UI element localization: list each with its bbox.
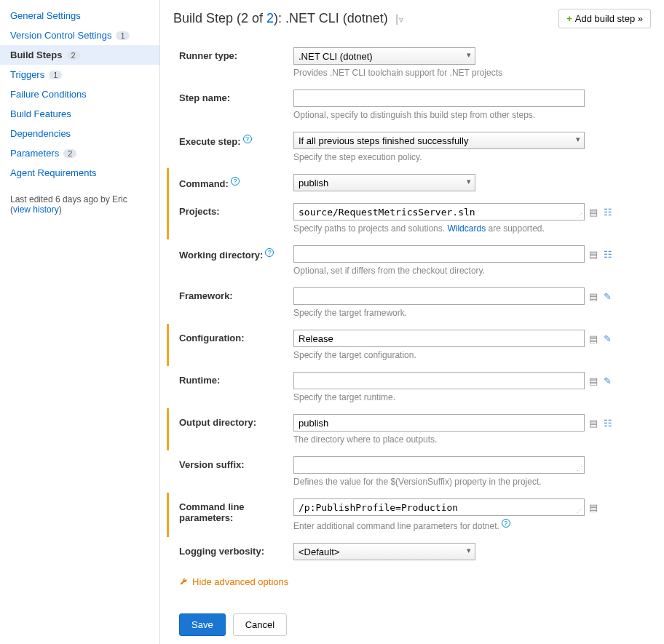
- runtime-input[interactable]: [293, 372, 585, 389]
- expand-icon[interactable]: ▤: [589, 291, 599, 301]
- sidebar: General Settings Version Control Setting…: [0, 0, 160, 644]
- sidebar-item-general-settings[interactable]: General Settings: [0, 6, 159, 25]
- sidebar-item-vcs-settings[interactable]: Version Control Settings1: [0, 25, 159, 45]
- wildcards-link[interactable]: Wildcards: [447, 223, 486, 234]
- command-label: Command:?: [173, 174, 293, 191]
- last-edited-info: Last edited 6 days ago by Eric (view his…: [0, 187, 159, 222]
- output-dir-label: Output directory:: [173, 414, 293, 445]
- badge: 1: [49, 71, 62, 79]
- help-icon[interactable]: ?: [243, 135, 252, 143]
- step-name-input[interactable]: [293, 90, 585, 107]
- version-suffix-hint: Defines the value for the $(VersionSuffi…: [293, 477, 651, 487]
- framework-input[interactable]: [293, 287, 585, 305]
- projects-hint: Specify paths to projects and solutions.…: [293, 223, 651, 234]
- working-dir-input[interactable]: [293, 245, 585, 263]
- expand-icon[interactable]: ▤: [589, 375, 599, 386]
- framework-hint: Specify the target framework.: [293, 308, 651, 318]
- runner-type-label: Runner type:: [173, 47, 293, 78]
- projects-label: Projects:: [173, 203, 293, 234]
- sidebar-item-parameters[interactable]: Parameters2: [0, 143, 159, 163]
- wrench-icon: [179, 578, 188, 587]
- step-name-label: Step name:: [173, 90, 293, 120]
- tree-picker-icon[interactable]: ☷: [604, 207, 614, 217]
- expand-icon[interactable]: ▤: [589, 502, 599, 512]
- sidebar-item-build-steps[interactable]: Build Steps2: [0, 45, 159, 65]
- working-dir-label: Working directory:?: [173, 245, 293, 276]
- working-dir-hint: Optional, set if differs from the checko…: [293, 266, 651, 276]
- execute-step-label: Execute step:?: [173, 132, 293, 162]
- logging-label: Logging verbosity:: [173, 543, 293, 560]
- wand-icon[interactable]: ✎: [604, 375, 614, 386]
- help-icon[interactable]: ?: [231, 177, 240, 186]
- output-dir-input[interactable]: [293, 414, 585, 432]
- execute-step-hint: Specify the step execution policy.: [293, 152, 651, 162]
- view-history-link[interactable]: view history: [13, 204, 59, 215]
- badge: 1: [116, 31, 129, 40]
- add-build-step-button[interactable]: Add build step »: [558, 9, 651, 28]
- sidebar-item-build-features[interactable]: Build Features: [0, 104, 159, 124]
- save-button[interactable]: Save: [179, 613, 226, 636]
- logging-select[interactable]: [293, 543, 475, 560]
- execute-step-select[interactable]: [293, 132, 585, 149]
- sidebar-item-dependencies[interactable]: Dependencies: [0, 124, 159, 143]
- framework-label: Framework:: [173, 287, 293, 318]
- badge: 2: [63, 149, 76, 158]
- output-dir-hint: The directory where to place outputs.: [293, 434, 651, 445]
- version-suffix-label: Version suffix:: [173, 456, 293, 487]
- tree-picker-icon[interactable]: ☷: [604, 418, 614, 428]
- cmd-params-label: Command line parameters:: [173, 498, 293, 531]
- expand-icon[interactable]: ▤: [589, 207, 599, 217]
- expand-icon[interactable]: ▤: [589, 333, 599, 343]
- command-select[interactable]: [293, 174, 475, 191]
- projects-input[interactable]: [293, 203, 585, 220]
- runtime-label: Runtime:: [173, 372, 293, 402]
- page-title: Build Step (2 of 2): .NET CLI (dotnet) ⎮…: [173, 11, 403, 26]
- configuration-label: Configuration:: [173, 330, 293, 360]
- configuration-hint: Specify the target configuration.: [293, 350, 651, 360]
- help-icon[interactable]: ?: [265, 248, 274, 257]
- version-suffix-input[interactable]: [293, 456, 585, 474]
- configuration-input[interactable]: [293, 330, 585, 347]
- reorder-icon[interactable]: ⎮▿: [395, 15, 403, 25]
- sidebar-item-triggers[interactable]: Triggers1: [0, 65, 159, 84]
- sidebar-item-failure-conditions[interactable]: Failure Conditions: [0, 84, 159, 104]
- hide-advanced-toggle[interactable]: Hide advanced options: [173, 572, 651, 592]
- cancel-button[interactable]: Cancel: [233, 613, 287, 636]
- help-icon[interactable]: ?: [502, 519, 510, 528]
- runner-type-hint: Provides .NET CLI toolchain support for …: [293, 68, 651, 78]
- main-content: Build Step (2 of 2): .NET CLI (dotnet) ⎮…: [160, 0, 664, 644]
- cmd-params-input[interactable]: [293, 498, 585, 516]
- badge: 2: [67, 51, 80, 60]
- step-name-hint: Optional, specify to distinguish this bu…: [293, 110, 651, 120]
- runner-type-select[interactable]: [293, 47, 475, 65]
- tree-picker-icon[interactable]: ☷: [604, 249, 614, 259]
- expand-icon[interactable]: ▤: [589, 249, 599, 259]
- cmd-params-hint: Enter additional command line parameters…: [293, 519, 651, 531]
- sidebar-item-agent-requirements[interactable]: Agent Requirements: [0, 163, 159, 183]
- runtime-hint: Specify the target runtime.: [293, 392, 651, 402]
- expand-icon[interactable]: ▤: [589, 418, 599, 428]
- wand-icon[interactable]: ✎: [604, 291, 614, 301]
- wand-icon[interactable]: ✎: [604, 333, 614, 343]
